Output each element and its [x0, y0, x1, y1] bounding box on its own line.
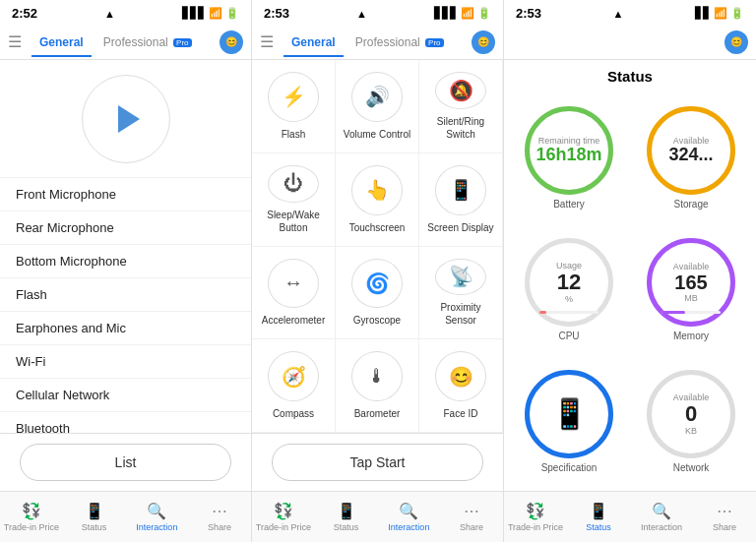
- battery-icon-2: 🔋: [477, 7, 491, 20]
- cpu-bar: [539, 311, 598, 314]
- pro-badge-2: Pro: [425, 38, 443, 47]
- list-item[interactable]: Rear Microphone: [0, 211, 251, 245]
- time-2: 2:53: [264, 6, 289, 21]
- battery-circle: Remaining time 16h18m: [525, 106, 613, 195]
- barometer-label: Barometer: [354, 407, 401, 420]
- touch-label: Touchscreen: [349, 221, 406, 234]
- signal-icon-3: ▋▋: [695, 7, 711, 20]
- memory-unit: MB: [684, 293, 698, 303]
- tab-general-1[interactable]: General: [32, 31, 92, 53]
- cpu-main: 12: [557, 271, 581, 294]
- nav-interaction-3[interactable]: 🔍 Interaction: [630, 492, 693, 542]
- hamburger-menu[interactable]: ☰: [8, 32, 22, 51]
- list-item[interactable]: Front Microphone: [0, 178, 251, 211]
- nav-interaction-2[interactable]: 🔍 Interaction: [378, 492, 441, 542]
- storage-stat: Available 324... Storage: [634, 96, 748, 220]
- tab-professional-1[interactable]: Professional Pro: [95, 31, 200, 53]
- nav-status-2[interactable]: 📱 Status: [315, 492, 378, 542]
- faceid-circle: 😊: [435, 351, 486, 401]
- play-circle[interactable]: [82, 75, 170, 163]
- tap-button-area: Tap Start: [252, 433, 503, 491]
- nav-share-3[interactable]: ⋯ Share: [693, 492, 756, 542]
- list-item[interactable]: Cellular Network: [0, 379, 251, 412]
- status-title: Status: [504, 60, 756, 89]
- icon-grid: ⚡ Flash 🔊 Volume Control 🔕 Silent/Ring S…: [252, 60, 503, 433]
- grid-volume[interactable]: 🔊 Volume Control: [336, 60, 419, 153]
- nav-status-1[interactable]: 📱 Status: [63, 492, 126, 542]
- compass-label: Compass: [273, 407, 314, 420]
- trade-icon-1: 💱: [22, 502, 41, 520]
- gyro-circle: 🌀: [351, 259, 403, 309]
- bottom-nav-3: 💱 Trade-in Price 📱 Status 🔍 Interaction …: [504, 491, 756, 542]
- status-bar-3: 2:53 ▲ ▋▋ 📶 🔋: [504, 0, 756, 25]
- panel-general: 2:52 ▲ ▋▋▋ 📶 🔋 ☰ General Professional Pr…: [0, 0, 252, 542]
- ring-circle: 🔕: [435, 72, 486, 109]
- nav-share-1[interactable]: ⋯ Share: [188, 492, 251, 542]
- accel-label: Accelerometer: [262, 314, 325, 327]
- hamburger-menu-2[interactable]: ☰: [260, 32, 274, 51]
- nav-trade-in-1[interactable]: 💱 Trade-in Price: [0, 492, 63, 542]
- tab-professional-2[interactable]: Professional Pro: [347, 31, 452, 53]
- storage-label: Storage: [673, 199, 708, 210]
- grid-ring[interactable]: 🔕 Silent/Ring Switch: [419, 60, 503, 153]
- grid-flash[interactable]: ⚡ Flash: [252, 60, 336, 153]
- avatar-2[interactable]: 😊: [472, 30, 495, 54]
- nav-trade-in-2[interactable]: 💱 Trade-in Price: [252, 492, 315, 542]
- grid-screen[interactable]: 📱 Screen Display: [419, 153, 503, 247]
- battery-main: 16h18m: [536, 146, 601, 165]
- share-icon-3: ⋯: [717, 502, 732, 520]
- spec-circle[interactable]: 📱: [525, 370, 613, 458]
- nav-trade-in-3[interactable]: 💱 Trade-in Price: [504, 492, 567, 542]
- list-item[interactable]: Bluetooth: [0, 412, 251, 433]
- memory-main: 165: [674, 271, 707, 293]
- grid-proximity[interactable]: 📡 Proximity Sensor: [419, 247, 503, 340]
- memory-circle: Available 165 MB: [647, 238, 735, 327]
- sleep-circle: ⏻: [268, 165, 319, 203]
- time-1: 2:52: [12, 6, 37, 21]
- grid-faceid[interactable]: 😊 Face ID: [419, 339, 503, 433]
- network-main: 0: [685, 402, 697, 426]
- grid-sleep[interactable]: ⏻ Sleep/Wake Button: [252, 153, 336, 247]
- grid-accel[interactable]: ↔ Accelerometer: [252, 247, 336, 340]
- mem-bar: [662, 311, 721, 314]
- list-button[interactable]: List: [20, 444, 231, 481]
- nav-share-2[interactable]: ⋯ Share: [440, 492, 503, 542]
- tab-general-2[interactable]: General: [284, 31, 344, 53]
- grid-barometer[interactable]: 🌡 Barometer: [336, 339, 419, 433]
- list-item[interactable]: Wi-Fi: [0, 345, 251, 379]
- grid-compass[interactable]: 🧭 Compass: [252, 339, 336, 433]
- avatar-1[interactable]: 😊: [220, 30, 243, 54]
- screen-label: Screen Display: [427, 221, 493, 234]
- wifi-icon: 📶: [209, 7, 222, 20]
- list-item[interactable]: Earphones and Mic: [0, 312, 251, 345]
- cpu-label: CPU: [558, 331, 579, 341]
- status-icon-1: 📱: [85, 502, 104, 520]
- grid-gyro[interactable]: 🌀 Gyroscope: [336, 247, 419, 340]
- network-unit: KB: [685, 426, 697, 436]
- list-item[interactable]: Bottom Microphone: [0, 245, 251, 278]
- network-circle: Available 0 KB: [647, 370, 735, 458]
- status-bar-1: 2:52 ▲ ▋▋▋ 📶 🔋: [0, 0, 251, 25]
- time-3: 2:53: [516, 6, 541, 21]
- status-icon-2: 📱: [337, 502, 356, 520]
- panel-status: 2:53 ▲ ▋▋ 📶 🔋 😊 Status Remaining time 16…: [504, 0, 756, 542]
- bottom-nav-1: 💱 Trade-in Price 📱 Status 🔍 Interaction …: [0, 491, 251, 542]
- battery-icon-3: 🔋: [730, 7, 744, 20]
- gyro-label: Gyroscope: [353, 314, 401, 327]
- trade-icon-3: 💱: [526, 502, 545, 520]
- play-area: [0, 60, 251, 178]
- signal-icon-2: ▋▋▋: [434, 7, 458, 20]
- grid-touch[interactable]: 👆 Touchscreen: [336, 153, 419, 247]
- compass-circle: 🧭: [268, 351, 319, 401]
- tap-start-button[interactable]: Tap Start: [272, 444, 483, 481]
- nav-status-3[interactable]: 📱 Status: [567, 492, 630, 542]
- interaction-icon-3: 🔍: [652, 502, 671, 520]
- interaction-icon-1: 🔍: [147, 502, 166, 520]
- panel-interaction: 2:53 ▲ ▋▋▋ 📶 🔋 ☰ General Professional Pr…: [252, 0, 504, 542]
- avatar-3[interactable]: 😊: [724, 30, 748, 54]
- list-item[interactable]: Flash: [0, 278, 251, 312]
- nav-interaction-1[interactable]: 🔍 Interaction: [126, 492, 189, 542]
- top-tabs-1: ☰ General Professional Pro 😊: [0, 25, 251, 60]
- play-icon: [118, 105, 140, 133]
- network-stat: Available 0 KB Network: [634, 359, 748, 483]
